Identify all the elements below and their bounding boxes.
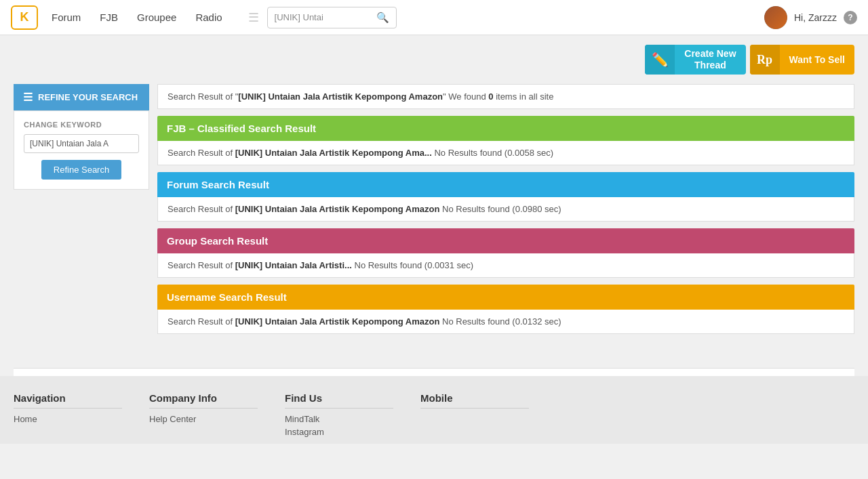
username-result-title: Username Search Result (167, 291, 287, 303)
forum-body-prefix: Search Result of (167, 204, 235, 214)
username-body-suffix: No Results found (0.0132 sec) (439, 316, 561, 327)
forum-result-section: Forum Search Result Search Result of [UN… (157, 172, 854, 222)
fjb-result-section: FJB – Classified Search Result Search Re… (157, 116, 854, 165)
search-input[interactable] (268, 9, 370, 25)
results-area: Search Result of "[UNIK] Untaian Jala Ar… (157, 84, 854, 341)
sidebar-menu-icon: ☰ (23, 91, 33, 104)
forum-result-header: Forum Search Result (157, 172, 854, 197)
group-body-query: [UNIK] Untaian Jala Artisti... (235, 260, 352, 270)
footer: Navigation Home Company Info Help Center… (0, 376, 868, 444)
forum-body-query: [UNIK] Untaian Jala Artistik Kepompong A… (235, 204, 440, 214)
footer-mindtalk[interactable]: MindTalk (285, 414, 393, 424)
want-to-sell-button[interactable]: Rp Want To Sell (750, 45, 854, 75)
logo[interactable]: K (11, 5, 38, 30)
create-new-thread-button[interactable]: ✏️ Create NewThread (645, 45, 745, 75)
username-body-prefix: Search Result of (167, 316, 235, 327)
username-body-query: [UNIK] Untaian Jala Artistik Kepompong A… (235, 316, 440, 327)
fjb-result-header: FJB – Classified Search Result (157, 116, 854, 141)
search-summary-suffix: " We found (443, 91, 488, 102)
sell-label: Want To Sell (780, 54, 854, 65)
create-thread-icon: ✏️ (645, 45, 675, 75)
sidebar-header: ☰ REFINE YOUR SEARCH (14, 84, 149, 110)
search-query: [UNIK] Untaian Jala Artistik Kepompong A… (238, 91, 443, 102)
forum-result-body: Search Result of [UNIK] Untaian Jala Art… (157, 197, 854, 222)
footer-mobile-title: Mobile (420, 392, 529, 409)
fjb-body-query: [UNIK] Untaian Jala Artistik Kepompong A… (235, 148, 432, 158)
footer-help-center[interactable]: Help Center (149, 414, 258, 424)
search-bar: 🔍 (267, 7, 397, 28)
main-content: ☰ REFINE YOUR SEARCH CHANGE KEYWORD Refi… (0, 84, 868, 354)
nav-separator-icon: ☰ (248, 10, 259, 25)
avatar (764, 6, 787, 29)
group-body-prefix: Search Result of (167, 260, 235, 270)
nav-groupee[interactable]: Groupee (137, 12, 176, 23)
action-area: ✏️ Create NewThread Rp Want To Sell (0, 35, 868, 84)
nav-radio[interactable]: Radio (195, 12, 222, 23)
fjb-body-suffix: No Results found (0.0058 sec) (432, 148, 553, 158)
footer-mobile: Mobile (420, 392, 529, 437)
main-nav: Forum FJB Groupee Radio ☰ (52, 10, 259, 25)
forum-body-suffix: No Results found (0.0980 sec) (439, 204, 561, 214)
search-summary-postfix: items in all site (494, 91, 554, 102)
footer-instagram[interactable]: Instagram (285, 427, 393, 437)
sell-icon: Rp (750, 45, 780, 75)
nav-forum[interactable]: Forum (52, 12, 81, 23)
search-count: 0 (488, 91, 493, 102)
footer-bar (14, 368, 854, 376)
footer-columns: Navigation Home Company Info Help Center… (14, 392, 854, 437)
group-result-title: Group Search Result (167, 235, 268, 247)
fjb-body-prefix: Search Result of (167, 148, 235, 158)
group-result-header: Group Search Result (157, 228, 854, 253)
username-result-header: Username Search Result (157, 285, 854, 310)
footer-nav-home[interactable]: Home (14, 414, 122, 424)
search-summary: Search Result of "[UNIK] Untaian Jala Ar… (157, 84, 854, 109)
group-body-suffix: No Results found (0.0031 sec) (352, 260, 473, 270)
search-button[interactable]: 🔍 (370, 9, 396, 26)
search-summary-prefix: Search Result of " (167, 91, 238, 102)
fjb-result-title: FJB – Classified Search Result (167, 123, 316, 134)
footer-company-info: Company Info Help Center (149, 392, 258, 437)
header: K Forum FJB Groupee Radio ☰ 🔍 Hi, Zarzzz… (0, 0, 868, 35)
logo-icon: K (20, 10, 29, 24)
keyword-input[interactable] (24, 134, 139, 153)
footer-company-title: Company Info (149, 392, 258, 409)
footer-find-us-title: Find Us (285, 392, 393, 409)
sidebar-title: REFINE YOUR SEARCH (38, 92, 138, 102)
forum-result-title: Forum Search Result (167, 179, 269, 190)
create-thread-label: Create NewThread (675, 48, 745, 71)
username-result-section: Username Search Result Search Result of … (157, 285, 854, 334)
sidebar-body: CHANGE KEYWORD Refine Search (14, 110, 149, 190)
help-icon[interactable]: ? (844, 11, 857, 24)
refine-search-button[interactable]: Refine Search (41, 160, 121, 180)
nav-fjb[interactable]: FJB (100, 12, 118, 23)
footer-navigation: Navigation Home (14, 392, 122, 437)
sidebar: ☰ REFINE YOUR SEARCH CHANGE KEYWORD Refi… (14, 84, 149, 341)
avatar-image (764, 6, 787, 29)
change-keyword-label: CHANGE KEYWORD (24, 121, 139, 129)
footer-find-us: Find Us MindTalk Instagram (285, 392, 393, 437)
footer-navigation-title: Navigation (14, 392, 122, 409)
username-result-body: Search Result of [UNIK] Untaian Jala Art… (157, 310, 854, 334)
group-result-section: Group Search Result Search Result of [UN… (157, 228, 854, 278)
user-greeting: Hi, Zarzzz (794, 12, 837, 23)
group-result-body: Search Result of [UNIK] Untaian Jala Art… (157, 253, 854, 278)
fjb-result-body: Search Result of [UNIK] Untaian Jala Art… (157, 141, 854, 165)
header-right: Hi, Zarzzz ? (764, 6, 857, 29)
